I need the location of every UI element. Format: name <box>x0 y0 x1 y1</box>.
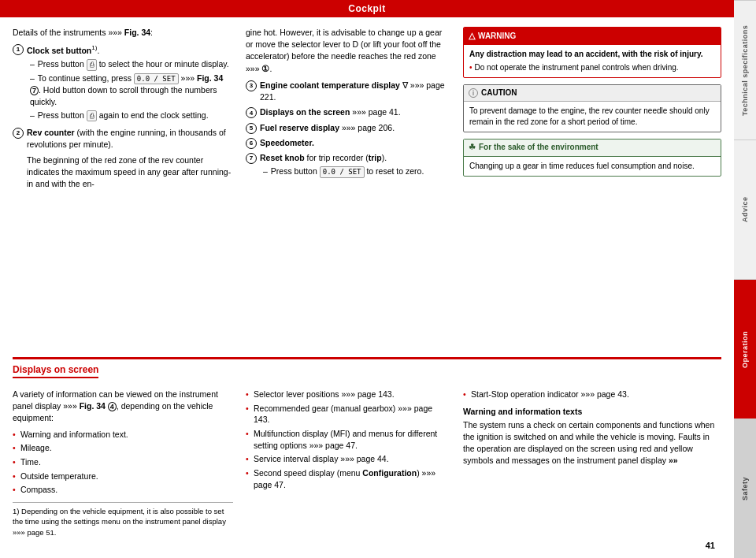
caution-header: i CAUTION <box>464 85 721 102</box>
sidebar-tab-operation[interactable]: Operation <box>734 279 756 418</box>
continued-text: gine hot. However, it is advisable to ch… <box>246 27 450 75</box>
environment-title: For the sake of the environment <box>479 142 598 154</box>
subitem-1-1: Press button ⎙ to select the hour or min… <box>30 58 233 71</box>
item-2-title: Rev counter <box>27 128 75 137</box>
caution-title: CAUTION <box>481 87 517 99</box>
displays-section-header: Displays on screen <box>13 364 98 378</box>
item-5: 5 Fuel reserve display »»» page 206. <box>246 122 450 134</box>
item-7: 7 Reset knob for trip recorder (trip). P… <box>246 152 450 180</box>
num-circle-2: 2 <box>13 128 24 139</box>
right-list-item: Start-Stop operation indicator »»» page … <box>463 389 721 400</box>
caution-box: i CAUTION To prevent damage to the engin… <box>463 84 721 133</box>
mid-list-item: Recommended gear (manual gearbox) »»» pa… <box>246 403 450 426</box>
item-1-title: Clock set button <box>27 46 91 55</box>
left-list-item: Compass. <box>13 484 233 496</box>
warning-body: Any distraction may lead to an accident,… <box>464 45 721 77</box>
warning-bullet: Do not operate the instrument panel cont… <box>469 62 715 73</box>
sidebar-tab-safety[interactable]: Safety <box>734 418 756 558</box>
left-list-item: Warning and information text. <box>13 429 233 441</box>
warn-info-title: Warning and information texts <box>463 407 721 416</box>
caution-circle-icon: i <box>469 88 478 98</box>
subitem-1-2: To continue setting, press 0.0 / SET »»»… <box>30 73 233 108</box>
item-1: 1 Clock set button1). Press button ⎙ to … <box>13 43 233 123</box>
displays-left-list: Warning and information text. Mileage. T… <box>13 429 233 496</box>
left-list-item: Time. <box>13 456 233 468</box>
displays-right-list: Start-Stop operation indicator »»» page … <box>463 389 721 400</box>
item-7-sub: Press button 0.0 / SET to reset to zero. <box>263 166 450 178</box>
warning-title: WARNING <box>478 31 516 43</box>
displays-right: Start-Stop operation indicator »»» page … <box>463 389 721 538</box>
environment-box: ☘ For the sake of the environment Changi… <box>463 139 721 177</box>
item-1-sublist: Press button ⎙ to select the hour or min… <box>27 58 233 121</box>
displays-intro: A variety of information can be viewed o… <box>13 389 233 425</box>
displays-left: A variety of information can be viewed o… <box>13 389 233 538</box>
item-2: 2 Rev counter (with the engine running, … <box>13 127 233 190</box>
displays-mid-list: Selector lever positions »»» page 143. R… <box>246 389 450 491</box>
warning-header: △ WARNING <box>464 28 721 45</box>
warning-box: △ WARNING Any distraction may lead to an… <box>463 27 721 78</box>
left-list-item: Outside temperature. <box>13 471 233 482</box>
details-line: Details of the instruments »»» Fig. 34: <box>13 27 233 39</box>
mid-list-item: Selector lever positions »»» page 143. <box>246 389 450 400</box>
left-list-item: Mileage. <box>13 442 233 454</box>
section-title: Cockpit <box>0 0 734 17</box>
environment-header: ☘ For the sake of the environment <box>464 140 721 157</box>
item-2-extra: The beginning of the red zone of the rev… <box>27 154 233 191</box>
num-circle-1: 1 <box>13 44 24 55</box>
mid-list-item: Second speed display (menu Configuration… <box>246 467 450 490</box>
displays-mid: Selector lever positions »»» page 143. R… <box>246 389 450 538</box>
mid-list-item: Service interval display »»» page 44. <box>246 453 450 465</box>
caution-body: To prevent damage to the engine, the rev… <box>464 102 721 132</box>
item-6: 6 Speedometer. <box>246 137 450 149</box>
leaf-icon: ☘ <box>469 142 476 154</box>
sidebar-tab-advice[interactable]: Advice <box>734 140 756 279</box>
environment-body: Changing up a gear in time reduces fuel … <box>464 157 721 176</box>
subitem-1-3: Press button ⎙ again to end the clock se… <box>30 110 233 122</box>
right-sidebar: Technical specifications Advice Operatio… <box>734 0 756 558</box>
item-4: 4 Displays on the screen »»» page 41. <box>246 106 450 118</box>
footnote: 1) Depending on the vehicle equipment, i… <box>13 502 233 538</box>
page-number: 41 <box>13 538 721 552</box>
mid-list-item: Multifunction display (MFI) and menus fo… <box>246 428 450 451</box>
warning-triangle-icon: △ <box>469 30 475 43</box>
sidebar-tab-technical[interactable]: Technical specifications <box>734 0 756 140</box>
item-3: 3 Engine coolant temperature display ∇ »… <box>246 80 450 103</box>
warn-info-body: The system runs a check on certain compo… <box>463 419 721 467</box>
